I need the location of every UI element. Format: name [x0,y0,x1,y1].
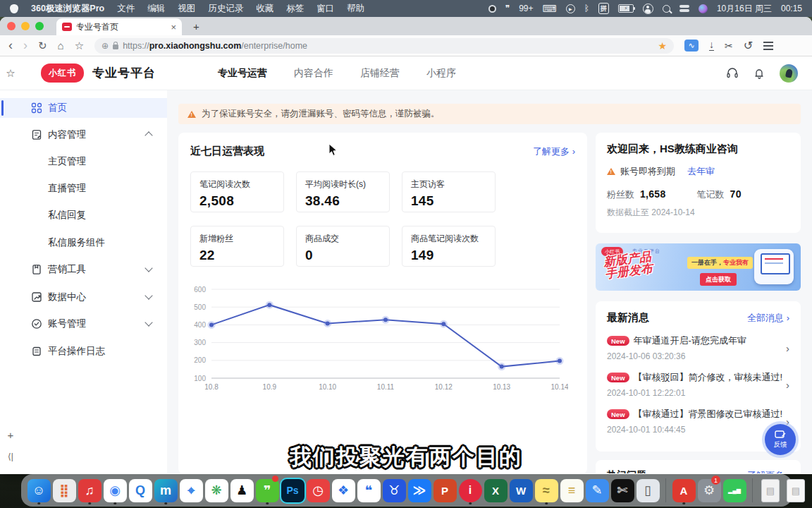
dock-wechat[interactable]: ❞ [255,476,279,504]
undo-button[interactable]: ↺ [744,39,753,52]
sidebar-item-data-center[interactable]: 数据中心 [0,287,167,307]
favorite-star-icon[interactable]: ★ [658,40,668,52]
tab-close-icon[interactable]: × [171,22,176,32]
menu-item-help[interactable]: 帮助 [347,3,364,15]
wechat-status-icon[interactable]: ❞ [505,4,510,13]
screen-record-icon[interactable] [488,5,496,13]
menubar-time[interactable]: 00:15 [781,4,802,13]
sidebar-item-homepage-management[interactable]: 主页管理 [0,152,167,171]
screenshot-scissors-button[interactable]: ✂ [725,40,733,52]
data-analysis-button[interactable]: ∿ [684,40,699,52]
performance-more-link[interactable]: 了解更多 › [533,145,575,158]
dock-stocks[interactable]: ▂▄▆ [722,476,746,504]
browser-menu-button[interactable] [763,45,773,47]
notification-bell-icon[interactable] [753,67,765,80]
add-bookmark-strip-button[interactable]: + [0,429,21,441]
dock-word[interactable]: W [509,476,533,504]
apple-menu-icon[interactable] [10,4,18,13]
dock-capcut[interactable]: ✄ [610,476,634,504]
dock-iqiyi[interactable]: i [458,476,482,504]
new-tab-button[interactable]: + [193,20,199,32]
dock-safari[interactable]: ⌖ [179,476,203,504]
all-messages-link[interactable]: 全部消息 › [747,312,789,325]
menubar-date[interactable]: 10月16日 周三 [717,3,772,15]
menu-item-window[interactable]: 窗口 [316,3,334,15]
sidebar-item-dm-service-widget[interactable]: 私信服务组件 [0,233,167,253]
sidebar-item-home[interactable]: 首页 [0,98,167,118]
stat-note-reads[interactable]: 笔记阅读次数2,508 [190,171,284,212]
xiaohongshu-logo[interactable]: 小红书 [41,64,84,83]
chevron-right-icon[interactable]: › [786,342,789,354]
dock-qq[interactable]: ♟ [230,476,254,504]
nav-miniprogram[interactable]: 小程序 [426,67,456,80]
promo-banner[interactable]: 小红书 专业号平台 新版产品 手册发布 一册在手，专业我有 点击获取 [596,243,801,291]
dock-netease-music[interactable]: ♫ [78,476,102,504]
dock-iphone-mirroring[interactable]: ▯ [636,476,660,504]
reload-button[interactable]: ↻ [38,40,47,52]
nav-operation[interactable]: 专业号运营 [218,67,267,80]
stat-product-note-reads[interactable]: 商品笔记阅读次数149 [402,226,496,267]
dock-chrome[interactable]: ◉ [103,476,127,504]
stat-avg-read-time[interactable]: 平均阅读时长(s)38.46 [296,171,390,212]
download-button[interactable]: ↓ [709,41,714,51]
security-shield-icon[interactable]: ⊕ [102,41,109,51]
dock-360-browser[interactable]: ❋ [204,476,228,504]
dock-pencil-app[interactable]: ✎ [585,476,609,504]
dock-system-settings[interactable]: ⚙1 [697,476,721,504]
stat-product-deals[interactable]: 商品成交0 [296,226,390,267]
trend-line-chart[interactable]: 10020030040050060010.810.910.1010.1110.1… [187,282,568,395]
user-account-icon[interactable] [643,4,653,14]
menu-app-name[interactable]: 360极速浏览器Pro [31,3,104,15]
sidebar-item-live-management[interactable]: 直播管理 [0,179,167,198]
go-annual-review-link[interactable]: 去年审 [687,165,715,178]
minimize-window-button[interactable] [21,22,30,30]
message-row[interactable]: New【审核驳回】简介修改，审核未通过! 2024-10-01 12:22:01… [607,371,789,398]
dock-excel[interactable]: X [484,476,508,504]
promo-cta-button[interactable]: 点击获取 [700,273,737,286]
media-play-icon[interactable]: ▶ [566,4,575,13]
menu-item-tabs[interactable]: 标签 [286,3,304,15]
dock-dingtalk[interactable]: ≫ [407,476,431,504]
nav-shop[interactable]: 店铺经营 [360,67,400,80]
dock-qianniu[interactable]: ♉ [382,476,406,504]
browser-tab[interactable]: 专业号首页 × [56,18,182,35]
customer-service-icon[interactable] [726,67,739,80]
spotlight-search-icon[interactable] [663,5,670,13]
menu-item-favorites[interactable]: 收藏 [256,3,273,15]
message-row[interactable]: New年审通道开启-请您完成年审 2024-10-06 03:20:36 › [607,334,789,361]
dock-notes[interactable]: ≡ [560,476,584,504]
dock-circles-app[interactable]: ❖ [331,476,355,504]
sidebar-item-dm-reply[interactable]: 私信回复 [0,205,167,225]
sidebar-item-marketing-tools[interactable]: 营销工具 [0,260,167,279]
menu-item-file[interactable]: 文件 [117,3,135,15]
dock-finder[interactable]: ☺ [27,476,51,504]
input-method-icon[interactable]: 拼 [598,3,609,14]
dock-chat-app[interactable]: ❝ [357,476,381,504]
dock-powerpoint[interactable]: P [433,476,457,504]
bookmark-sidebar-star-icon[interactable]: ☆ [0,67,21,80]
user-avatar[interactable] [780,64,798,83]
chevron-right-icon[interactable]: › [786,379,789,391]
stat-homepage-visitors[interactable]: 主页访客145 [402,171,496,212]
zoom-window-button[interactable] [35,22,44,30]
dock-sticky-notes[interactable]: ≈ [534,476,558,504]
battery-icon[interactable]: ⚡ [618,4,634,13]
back-button[interactable]: ‹ [8,38,13,53]
nav-content-coop[interactable]: 内容合作 [294,67,333,80]
message-row[interactable]: New【审核通过】背景图修改已审核通过! 2024-10-01 10:44:45… [607,408,789,435]
dock-launchpad[interactable]: ⣿ [52,476,76,504]
address-bar[interactable]: ⊕ https://pro.xiaohongshu.com/enterprise… [94,38,674,54]
sidebar-item-content-management[interactable]: 内容管理 [0,125,167,145]
dock-qq-browser[interactable]: Q [128,476,152,504]
dock-red-a-app[interactable]: A [672,476,696,504]
bluetooth-icon[interactable]: ᛒ [584,4,589,13]
menu-item-edit[interactable]: 编辑 [147,3,165,15]
dock-maxthon[interactable]: m [154,476,178,504]
menu-item-history[interactable]: 历史记录 [208,3,243,15]
dock-photoshop[interactable]: Ps [281,476,304,504]
dock-trash[interactable] [809,476,812,504]
siri-icon[interactable] [699,4,708,13]
keyboard-icon[interactable]: ⌨ [543,3,557,14]
dock-minimized-window-1[interactable]: ▤ [758,476,782,504]
forward-button[interactable]: › [23,38,27,53]
